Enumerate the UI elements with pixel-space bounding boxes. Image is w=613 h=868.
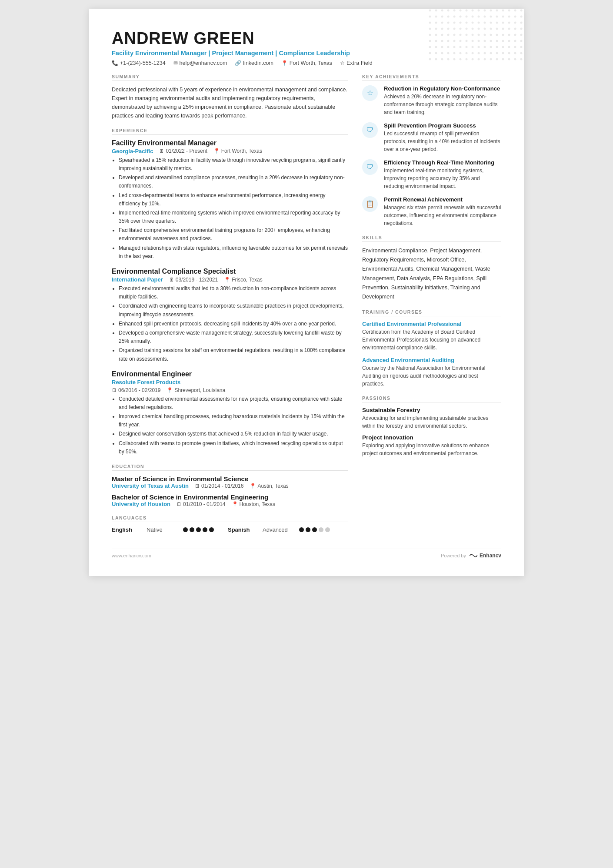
achievement-4-title: Permit Renewal Achievement xyxy=(384,196,501,203)
pin-icon: 📍 xyxy=(232,501,238,507)
dot xyxy=(319,527,323,532)
languages-section: LANGUAGES English Native xyxy=(112,515,348,533)
calendar-icon: 🗓 xyxy=(195,483,200,489)
job-1-title: Facility Environmental Manager xyxy=(112,139,348,147)
job-3: Environmental Engineer Resolute Forest P… xyxy=(112,370,348,456)
job-3-location: 📍 Shreveport, Louisiana xyxy=(167,387,225,393)
footer: www.enhancv.com Powered by Enhancv xyxy=(112,549,501,559)
pin-icon: 📍 xyxy=(167,387,173,393)
phone-icon: 📞 xyxy=(112,60,118,66)
edu-1-location: 📍 Austin, Texas xyxy=(250,483,288,489)
job-2-title: Environmental Compliance Specialist xyxy=(112,268,348,275)
calendar-icon: 🗓 xyxy=(112,387,117,393)
bullet: Improved chemical handling processes, re… xyxy=(119,412,348,429)
footer-brand: Powered by Enhancv xyxy=(441,553,501,559)
bullet: Implemented real-time monitoring systems… xyxy=(119,209,348,225)
pin-icon: 📍 xyxy=(250,483,256,489)
achievement-3-content: Efficiency Through Real-Time Monitoring … xyxy=(384,159,501,190)
bullet: Designed water conservation systems that… xyxy=(119,430,348,438)
contact-email: ✉ help@enhancv.com xyxy=(173,60,227,66)
achievements-section: KEY ACHIEVEMENTS ☆ Reduction in Regulato… xyxy=(362,74,501,227)
training-2: Advanced Environmental Auditing Course b… xyxy=(362,357,501,388)
dot xyxy=(325,527,330,532)
experience-section: EXPERIENCE Facility Environmental Manage… xyxy=(112,128,348,456)
edu-1: Master of Science in Environmental Scien… xyxy=(112,475,348,489)
bullet: Conducted detailed environmental assessm… xyxy=(119,395,348,412)
skills-section: SKILLS Environmental Compliance, Project… xyxy=(362,235,501,302)
main-content: SUMMARY Dedicated professional with 5 ye… xyxy=(112,74,501,541)
achievement-1-desc: Achieved a 20% decrease in regulatory no… xyxy=(384,93,501,116)
passions-section: PASSIONS Sustainable Forestry Advocating… xyxy=(362,395,501,457)
resume-page: ANDREW GREEN Facility Environmental Mana… xyxy=(89,9,524,576)
bullet: Led cross-departmental teams to enhance … xyxy=(119,191,348,208)
training-2-title: Advanced Environmental Auditing xyxy=(362,357,501,363)
contact-extra: ☆ Extra Field xyxy=(340,60,373,66)
passion-2: Project Innovation Exploring and applyin… xyxy=(362,434,501,457)
training-section: TRAINING / COURSES Certified Environment… xyxy=(362,309,501,388)
passion-2-title: Project Innovation xyxy=(362,434,501,441)
contact-info: 📞 +1-(234)-555-1234 ✉ help@enhancv.com 🔗… xyxy=(112,60,501,66)
achievement-3: 🛡 Efficiency Through Real-Time Monitorin… xyxy=(362,159,501,190)
languages-label: LANGUAGES xyxy=(112,515,348,522)
right-column: KEY ACHIEVEMENTS ☆ Reduction in Regulato… xyxy=(362,74,501,541)
summary-section: SUMMARY Dedicated professional with 5 ye… xyxy=(112,74,348,120)
job-1-company: Georgia-Pacific xyxy=(112,148,153,154)
dot xyxy=(196,527,201,532)
web-icon: 🔗 xyxy=(235,60,241,66)
enhancv-logo: Enhancv xyxy=(469,553,501,559)
job-2-location: 📍 Frisco, Texas xyxy=(224,277,262,283)
achievement-1-title: Reduction in Regulatory Non-Conformance xyxy=(384,85,501,92)
job-1-bullets: Spearheaded a 15% reduction in facility … xyxy=(119,156,348,261)
calendar-icon: 🗓 xyxy=(159,148,164,154)
calendar-icon: 🗓 xyxy=(177,501,182,507)
bullet: Developed a comprehensive waste manageme… xyxy=(119,329,348,345)
summary-text: Dedicated professional with 5 years of e… xyxy=(112,85,348,120)
job-2-bullets: Executed environmental audits that led t… xyxy=(119,285,348,363)
skills-label: SKILLS xyxy=(362,235,501,242)
header: ANDREW GREEN Facility Environmental Mana… xyxy=(112,30,501,66)
job-3-date: 🗓 06/2016 - 02/2019 xyxy=(112,387,160,393)
dot xyxy=(203,527,207,532)
edu-1-degree: Master of Science in Environmental Scien… xyxy=(112,475,348,483)
training-1-title: Certified Environmental Professional xyxy=(362,321,501,327)
edu-2-degree: Bachelor of Science in Environmental Eng… xyxy=(112,493,348,501)
passion-1-desc: Advocating for and implementing sustaina… xyxy=(362,414,501,430)
experience-label: EXPERIENCE xyxy=(112,128,348,135)
achievement-3-title: Efficiency Through Real-Time Monitoring xyxy=(384,159,501,166)
achievement-2: 🛡 Spill Prevention Program Success Led s… xyxy=(362,122,501,153)
passions-label: PASSIONS xyxy=(362,395,501,402)
training-label: TRAINING / COURSES xyxy=(362,309,501,316)
calendar-icon: 🗓 xyxy=(169,277,174,283)
dot xyxy=(190,527,194,532)
footer-website: www.enhancv.com xyxy=(112,553,151,558)
summary-label: SUMMARY xyxy=(112,74,348,81)
lang-spanish: Spanish Advanced xyxy=(228,526,330,533)
edu-1-meta: University of Texas at Austin 🗓 01/2014 … xyxy=(112,483,348,489)
bullet: Collaborated with teams to promote green… xyxy=(119,439,348,456)
edu-2-date: 🗓 01/2010 - 01/2014 xyxy=(177,501,225,507)
achievement-2-icon: 🛡 xyxy=(362,122,378,138)
edu-1-school: University of Texas at Austin xyxy=(112,483,189,489)
dot xyxy=(299,527,304,532)
passion-2-desc: Exploring and applying innovative soluti… xyxy=(362,442,501,457)
dot xyxy=(183,527,188,532)
dot xyxy=(209,527,214,532)
job-1-meta: Georgia-Pacific 🗓 01/2022 - Present 📍 Fo… xyxy=(112,148,348,154)
spanish-dots xyxy=(299,527,330,532)
achievement-2-desc: Led successful revamp of spill preventio… xyxy=(384,130,501,153)
contact-web: 🔗 linkedin.com xyxy=(235,60,273,66)
dot xyxy=(306,527,310,532)
bullet: Coordinated with engineering teams to in… xyxy=(119,302,348,318)
job-2-meta: International Paper 🗓 03/2019 - 12/2021 … xyxy=(112,276,348,283)
achievements-label: KEY ACHIEVEMENTS xyxy=(362,74,501,81)
achievement-4: 📋 Permit Renewal Achievement Managed six… xyxy=(362,196,501,227)
achievement-1-icon: ☆ xyxy=(362,85,378,101)
candidate-name: ANDREW GREEN xyxy=(112,30,501,48)
edu-2: Bachelor of Science in Environmental Eng… xyxy=(112,493,348,507)
lang-english: English Native xyxy=(112,526,214,533)
edu-1-date: 🗓 01/2014 - 01/2016 xyxy=(195,483,243,489)
bullet: Developed and streamlined compliance pro… xyxy=(119,174,348,190)
education-section: EDUCATION Master of Science in Environme… xyxy=(112,464,348,507)
skills-text: Environmental Compliance, Project Manage… xyxy=(362,246,501,302)
bullet: Organized training sessions for staff on… xyxy=(119,346,348,363)
